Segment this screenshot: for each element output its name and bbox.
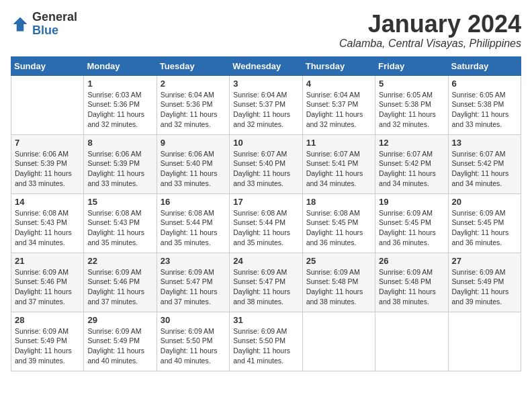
calendar-title: January 2024 xyxy=(339,11,521,38)
weekday-header-thursday: Thursday xyxy=(302,56,375,75)
day-number: 25 xyxy=(306,256,371,266)
day-cell: 10Sunrise: 6:07 AMSunset: 5:40 PMDayligh… xyxy=(230,134,302,193)
weekday-header-wednesday: Wednesday xyxy=(230,56,302,75)
day-info: Sunrise: 6:09 AMSunset: 5:47 PMDaylight:… xyxy=(233,267,298,307)
day-cell: 12Sunrise: 6:07 AMSunset: 5:42 PMDayligh… xyxy=(375,134,448,193)
weekday-header-monday: Monday xyxy=(84,56,157,75)
day-cell: 17Sunrise: 6:08 AMSunset: 5:44 PMDayligh… xyxy=(230,193,302,253)
day-cell: 2Sunrise: 6:04 AMSunset: 5:36 PMDaylight… xyxy=(157,75,229,134)
day-info: Sunrise: 6:09 AMSunset: 5:45 PMDaylight:… xyxy=(452,208,517,248)
day-number: 11 xyxy=(306,138,371,148)
day-cell: 5Sunrise: 6:05 AMSunset: 5:38 PMDaylight… xyxy=(375,75,448,134)
day-info: Sunrise: 6:09 AMSunset: 5:48 PMDaylight:… xyxy=(379,267,444,307)
calendar-table: SundayMondayTuesdayWednesdayThursdayFrid… xyxy=(11,56,521,371)
header: General Blue January 2024 Calamba, Centr… xyxy=(11,11,521,50)
weekday-header-tuesday: Tuesday xyxy=(157,56,229,75)
day-info: Sunrise: 6:09 AMSunset: 5:46 PMDaylight:… xyxy=(15,267,80,307)
day-info: Sunrise: 6:06 AMSunset: 5:40 PMDaylight:… xyxy=(161,149,226,189)
day-info: Sunrise: 6:04 AMSunset: 5:36 PMDaylight:… xyxy=(161,90,226,130)
day-number: 29 xyxy=(87,315,152,325)
day-number: 20 xyxy=(452,197,517,207)
day-cell: 31Sunrise: 6:09 AMSunset: 5:50 PMDayligh… xyxy=(230,312,302,371)
day-cell: 19Sunrise: 6:09 AMSunset: 5:45 PMDayligh… xyxy=(375,193,448,253)
day-cell: 13Sunrise: 6:07 AMSunset: 5:42 PMDayligh… xyxy=(448,134,521,193)
calendar-subtitle: Calamba, Central Visayas, Philippines xyxy=(339,38,521,50)
day-cell: 4Sunrise: 6:04 AMSunset: 5:37 PMDaylight… xyxy=(302,75,375,134)
day-info: Sunrise: 6:03 AMSunset: 5:36 PMDaylight:… xyxy=(87,90,152,130)
day-number: 6 xyxy=(452,79,517,89)
day-cell: 25Sunrise: 6:09 AMSunset: 5:48 PMDayligh… xyxy=(302,253,375,312)
day-number: 23 xyxy=(161,256,226,266)
day-cell xyxy=(11,75,84,134)
day-number: 18 xyxy=(306,197,371,207)
day-info: Sunrise: 6:08 AMSunset: 5:43 PMDaylight:… xyxy=(15,208,80,248)
day-info: Sunrise: 6:06 AMSunset: 5:39 PMDaylight:… xyxy=(15,149,80,189)
day-info: Sunrise: 6:09 AMSunset: 5:50 PMDaylight:… xyxy=(233,326,298,366)
day-cell: 22Sunrise: 6:09 AMSunset: 5:46 PMDayligh… xyxy=(84,253,157,312)
day-info: Sunrise: 6:09 AMSunset: 5:49 PMDaylight:… xyxy=(452,267,517,307)
day-cell: 9Sunrise: 6:06 AMSunset: 5:40 PMDaylight… xyxy=(157,134,229,193)
day-number: 7 xyxy=(15,138,80,148)
day-info: Sunrise: 6:04 AMSunset: 5:37 PMDaylight:… xyxy=(306,90,371,130)
week-row-5: 28Sunrise: 6:09 AMSunset: 5:49 PMDayligh… xyxy=(11,312,521,371)
day-cell xyxy=(302,312,375,371)
day-number: 19 xyxy=(379,197,444,207)
day-number: 3 xyxy=(233,79,298,89)
day-number: 31 xyxy=(233,315,298,325)
day-cell: 27Sunrise: 6:09 AMSunset: 5:49 PMDayligh… xyxy=(448,253,521,312)
day-number: 10 xyxy=(233,138,298,148)
day-cell: 18Sunrise: 6:08 AMSunset: 5:45 PMDayligh… xyxy=(302,193,375,253)
day-cell: 26Sunrise: 6:09 AMSunset: 5:48 PMDayligh… xyxy=(375,253,448,312)
logo-blue-text: Blue xyxy=(32,24,77,38)
weekday-header-row: SundayMondayTuesdayWednesdayThursdayFrid… xyxy=(11,56,521,75)
svg-marker-0 xyxy=(13,17,28,31)
day-info: Sunrise: 6:05 AMSunset: 5:38 PMDaylight:… xyxy=(452,90,517,130)
day-cell: 29Sunrise: 6:09 AMSunset: 5:49 PMDayligh… xyxy=(84,312,157,371)
day-cell: 24Sunrise: 6:09 AMSunset: 5:47 PMDayligh… xyxy=(230,253,302,312)
day-number: 2 xyxy=(161,79,226,89)
day-info: Sunrise: 6:09 AMSunset: 5:47 PMDaylight:… xyxy=(161,267,226,307)
day-cell: 6Sunrise: 6:05 AMSunset: 5:38 PMDaylight… xyxy=(448,75,521,134)
weekday-header-friday: Friday xyxy=(375,56,448,75)
day-number: 27 xyxy=(452,256,517,266)
day-info: Sunrise: 6:08 AMSunset: 5:44 PMDaylight:… xyxy=(161,208,226,248)
day-number: 14 xyxy=(15,197,80,207)
day-info: Sunrise: 6:07 AMSunset: 5:42 PMDaylight:… xyxy=(379,149,444,189)
day-cell xyxy=(448,312,521,371)
day-info: Sunrise: 6:05 AMSunset: 5:38 PMDaylight:… xyxy=(379,90,444,130)
day-cell: 3Sunrise: 6:04 AMSunset: 5:37 PMDaylight… xyxy=(230,75,302,134)
day-cell: 16Sunrise: 6:08 AMSunset: 5:44 PMDayligh… xyxy=(157,193,229,253)
day-number: 21 xyxy=(15,256,80,266)
day-cell: 1Sunrise: 6:03 AMSunset: 5:36 PMDaylight… xyxy=(84,75,157,134)
day-cell: 8Sunrise: 6:06 AMSunset: 5:39 PMDaylight… xyxy=(84,134,157,193)
logo-text: General Blue xyxy=(32,11,77,38)
day-number: 26 xyxy=(379,256,444,266)
day-number: 28 xyxy=(15,315,80,325)
day-info: Sunrise: 6:09 AMSunset: 5:50 PMDaylight:… xyxy=(161,326,226,366)
day-info: Sunrise: 6:06 AMSunset: 5:39 PMDaylight:… xyxy=(87,149,152,189)
day-number: 4 xyxy=(306,79,371,89)
day-cell: 20Sunrise: 6:09 AMSunset: 5:45 PMDayligh… xyxy=(448,193,521,253)
day-info: Sunrise: 6:08 AMSunset: 5:45 PMDaylight:… xyxy=(306,208,371,248)
day-info: Sunrise: 6:09 AMSunset: 5:48 PMDaylight:… xyxy=(306,267,371,307)
day-number: 8 xyxy=(87,138,152,148)
day-cell: 14Sunrise: 6:08 AMSunset: 5:43 PMDayligh… xyxy=(11,193,84,253)
day-info: Sunrise: 6:09 AMSunset: 5:49 PMDaylight:… xyxy=(87,326,152,366)
logo: General Blue xyxy=(11,11,77,38)
logo-icon xyxy=(11,15,30,34)
day-info: Sunrise: 6:09 AMSunset: 5:45 PMDaylight:… xyxy=(379,208,444,248)
day-number: 5 xyxy=(379,79,444,89)
day-info: Sunrise: 6:04 AMSunset: 5:37 PMDaylight:… xyxy=(233,90,298,130)
day-cell: 15Sunrise: 6:08 AMSunset: 5:43 PMDayligh… xyxy=(84,193,157,253)
day-info: Sunrise: 6:09 AMSunset: 5:49 PMDaylight:… xyxy=(15,326,80,366)
day-cell: 30Sunrise: 6:09 AMSunset: 5:50 PMDayligh… xyxy=(157,312,229,371)
day-number: 17 xyxy=(233,197,298,207)
day-number: 16 xyxy=(161,197,226,207)
day-number: 24 xyxy=(233,256,298,266)
day-info: Sunrise: 6:07 AMSunset: 5:40 PMDaylight:… xyxy=(233,149,298,189)
day-cell: 28Sunrise: 6:09 AMSunset: 5:49 PMDayligh… xyxy=(11,312,84,371)
day-number: 9 xyxy=(161,138,226,148)
week-row-3: 14Sunrise: 6:08 AMSunset: 5:43 PMDayligh… xyxy=(11,193,521,253)
day-number: 13 xyxy=(452,138,517,148)
week-row-4: 21Sunrise: 6:09 AMSunset: 5:46 PMDayligh… xyxy=(11,253,521,312)
